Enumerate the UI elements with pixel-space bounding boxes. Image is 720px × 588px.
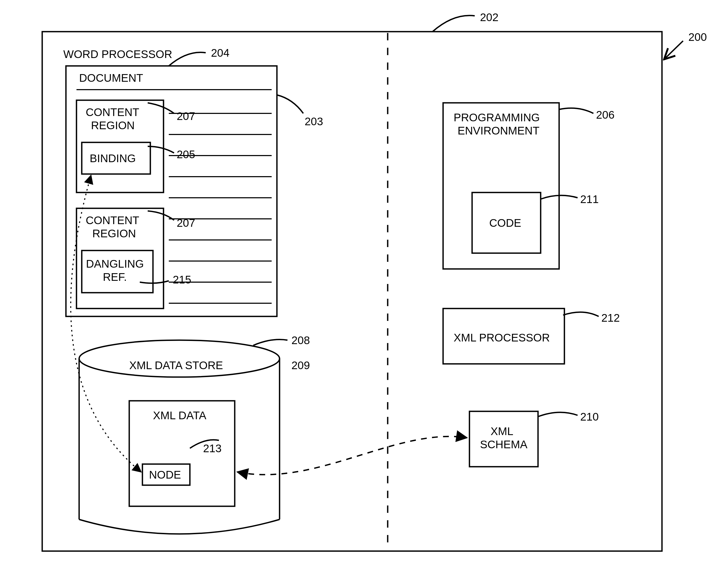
ref-206: 206 [559, 108, 615, 121]
content-region-2-label-a: CONTENT [86, 214, 139, 227]
ref-204-label: 204 [211, 47, 229, 59]
node-label: NODE [149, 468, 181, 481]
ref-213-label: 213 [203, 442, 222, 455]
ref-211: 211 [541, 193, 599, 205]
ref-215-label: 215 [173, 273, 191, 286]
ref-200-label: 200 [688, 31, 707, 43]
ref-208: 208 [253, 334, 310, 346]
ref-202-label: 202 [480, 11, 498, 23]
programming-env-label-b: ENVIRONMENT [458, 124, 539, 137]
xml-data-label: XML DATA [153, 409, 206, 422]
ref-200: 200 [664, 31, 707, 59]
ref-212: 212 [563, 312, 620, 324]
ref-207a-label: 207 [177, 110, 195, 122]
code-label: CODE [489, 217, 521, 229]
programming-env-label-a: PROGRAMMING [454, 111, 540, 124]
ref-209-label: 209 [291, 359, 310, 372]
ref-210: 210 [538, 411, 599, 423]
word-processor-label: WORD PROCESSOR [63, 48, 172, 60]
xml-schema-label-b: SCHEMA [480, 438, 528, 450]
content-region-2-label-b: REGION [92, 227, 136, 240]
ref-211-label: 211 [580, 193, 599, 205]
ref-206-label: 206 [596, 109, 615, 121]
xml-data-store-label: XML DATA STORE [129, 359, 223, 372]
svg-point-11 [79, 340, 280, 377]
content-region-1-label-b: REGION [91, 119, 135, 131]
xml-processor-label: XML PROCESSOR [454, 332, 550, 344]
ref-212-label: 212 [601, 312, 620, 324]
ref-203: 203 [277, 95, 323, 128]
ref-202: 202 [433, 11, 498, 31]
ref-203-label: 203 [305, 115, 323, 128]
content-region-1-label-a: CONTENT [86, 106, 139, 119]
xml-schema-label-a: XML [491, 425, 513, 437]
ref-207b-label: 207 [177, 217, 195, 229]
ref-205-label: 205 [177, 148, 195, 161]
document-label: DOCUMENT [79, 72, 143, 84]
ref-204: 204 [169, 47, 229, 66]
binding-label: BINDING [90, 152, 136, 165]
ref-208-label: 208 [291, 334, 310, 346]
dangling-ref-label-a: DANGLING [86, 258, 144, 270]
ref-210-label: 210 [580, 411, 599, 423]
dangling-ref-label-b: REF. [103, 271, 127, 283]
xmldata-schema-arrow [238, 436, 467, 475]
